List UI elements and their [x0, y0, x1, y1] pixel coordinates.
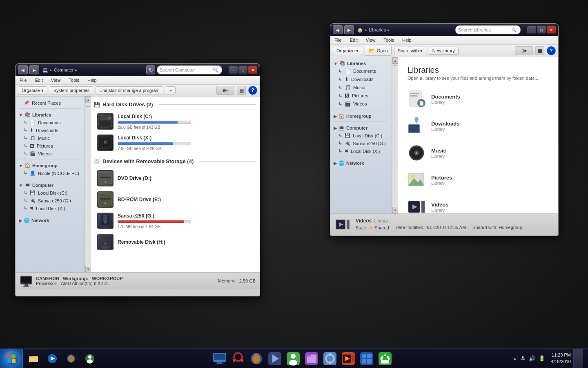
lib-sidebar-network-header[interactable]: ▶ 🌐 Network [330, 159, 392, 167]
lib-item-downloads[interactable]: Downloads Library [403, 113, 553, 139]
comp-close-btn[interactable]: ✕ [248, 66, 257, 74]
comp-menu-tools[interactable]: Tools [67, 77, 81, 83]
lib-organize-btn[interactable]: Organize ▾ [333, 47, 362, 55]
tray-up-arrow[interactable]: ▲ [512, 356, 517, 361]
lib-menu-view[interactable]: View [364, 37, 377, 43]
dock-video-icon[interactable] [340, 350, 357, 367]
dock-headphones-icon[interactable] [229, 350, 247, 367]
comp-sb-sansa[interactable]: ↳🔌Sansa e250 (G:) [16, 197, 85, 204]
tray-network-icon[interactable]: 🖧 [520, 355, 526, 361]
comp-minimize-btn[interactable]: ─ [229, 66, 238, 74]
dock-user-icon[interactable] [285, 350, 302, 367]
comp-drive-g[interactable]: Sansa e250 (G:) 170 MB free of 1.84 GB [94, 210, 256, 231]
comp-forward-btn[interactable]: ▶ [29, 65, 39, 74]
lib-menu-help[interactable]: Help [401, 37, 413, 43]
comp-sidebar-recent[interactable]: 📌 Recent Places [16, 99, 85, 107]
comp-drive-e[interactable]: BD-ROM Drive (E:) [94, 189, 256, 210]
comp-pane-toggle[interactable]: ▦ [237, 86, 246, 95]
comp-menu-help[interactable]: Help [86, 77, 98, 83]
taskbar-firefox-icon[interactable] [62, 350, 80, 368]
dock-recycle-icon[interactable] [376, 350, 394, 367]
comp-maximize-btn[interactable]: □ [238, 66, 247, 74]
comp-search-box[interactable]: Search Computer 🔍 [157, 65, 222, 74]
comp-sysprops-btn[interactable]: System properties [50, 86, 94, 94]
comp-sb-documents[interactable]: ↳📄Documents [16, 119, 85, 126]
lib-sidebar-local-disk-x[interactable]: ↳ ✖ Local Disk (X:) [330, 147, 392, 155]
comp-menu-file[interactable]: File [18, 77, 29, 83]
lib-sidebar-scrollbar[interactable]: ▲ ▼ [392, 57, 398, 213]
dock-firefox-icon[interactable] [248, 350, 265, 367]
comp-sb-downloads[interactable]: ↳⬇Downloads [16, 126, 85, 134]
lib-share-btn[interactable]: Share with ▾ [394, 47, 426, 55]
dock-play-icon[interactable] [266, 350, 283, 367]
lib-sidebar-computer-header[interactable]: ▶ 💻 Computer [330, 123, 392, 132]
show-desktop-btn[interactable] [573, 349, 583, 368]
taskbar-explorer-icon[interactable] [24, 350, 42, 368]
lib-menu-file[interactable]: File [333, 37, 343, 43]
lib-forward-btn[interactable]: ▶ [344, 25, 354, 34]
start-button[interactable] [0, 349, 23, 368]
comp-refresh-btn[interactable]: ↻ [146, 65, 155, 74]
lib-sidebar-pictures[interactable]: ↳ 🖼 Pictures [330, 92, 392, 100]
tray-clock[interactable]: 11:29 PM 4/18/2010 [551, 352, 571, 365]
lib-help-btn[interactable]: ? [547, 46, 556, 55]
dock-files-icon[interactable] [303, 350, 320, 367]
taskbar-people-icon[interactable] [81, 350, 99, 368]
comp-sb-videos[interactable]: ↳🎬Videos [16, 150, 85, 157]
lib-sidebar-documents[interactable]: ↳ 📄 Documents [330, 67, 392, 75]
lib-open-btn[interactable]: 📂 Open [365, 46, 392, 56]
comp-scroll-up[interactable]: ▲ [85, 96, 91, 103]
comp-back-btn[interactable]: ◀ [18, 65, 28, 74]
lib-scroll-thumb[interactable] [393, 65, 397, 66]
comp-help-btn[interactable]: ? [248, 86, 257, 95]
lib-sidebar-downloads[interactable]: ↳ ⬇ Downloads [330, 75, 392, 83]
lib-item-videos[interactable]: Videos Library [403, 194, 553, 213]
dock-monitor-icon[interactable] [211, 350, 228, 367]
tray-power-icon[interactable]: 🔋 [539, 355, 545, 361]
lib-sidebar-music[interactable]: ↳ 🎵 Music [330, 83, 392, 92]
comp-drive-c[interactable]: Local Disk (C:) 26.0 GB free of 143 GB [94, 111, 256, 132]
lib-sidebar-videos[interactable]: ↳ 🎬 Videos [330, 100, 392, 108]
lib-maximize-btn[interactable]: □ [537, 26, 546, 34]
lib-item-music[interactable]: Music Library [403, 140, 553, 166]
lib-minimize-btn[interactable]: ─ [527, 26, 536, 34]
lib-sidebar-libraries-header[interactable]: ▼ 📚 Libraries [330, 59, 392, 67]
dock-windows-icon[interactable] [358, 350, 375, 367]
lib-new-library-btn[interactable]: New library [429, 47, 459, 55]
comp-drive-h[interactable]: Removable Disk (H:) [94, 231, 256, 253]
comp-view-toggle[interactable]: ⊞▾ [216, 86, 234, 95]
lib-item-pictures[interactable]: Pictures Library [403, 167, 553, 193]
comp-sidebar-computer[interactable]: ▼ 💻 Computer [16, 181, 85, 189]
comp-menu-view[interactable]: View [49, 77, 62, 83]
lib-scroll-up[interactable]: ▲ [392, 57, 398, 64]
comp-sidebar-homegroup[interactable]: ▼ 🏠 Homegroup [16, 161, 85, 169]
comp-organize-btn[interactable]: Organize ▾ [18, 86, 47, 95]
lib-pane-toggle[interactable]: ▦ [535, 46, 544, 55]
comp-scroll-thumb[interactable] [86, 106, 90, 107]
comp-sb-music[interactable]: ↳🎵Music [16, 134, 85, 142]
lib-search-box[interactable]: Search Libraries 🔍 [455, 25, 521, 34]
dock-sync-icon[interactable] [321, 350, 339, 367]
lib-sidebar-sansa[interactable]: ↳ 🔌 Sansa e250 (G:) [330, 139, 392, 147]
taskbar-media-icon[interactable] [43, 350, 61, 368]
lib-view-toggle[interactable]: ⊞ ▾ [515, 46, 533, 55]
lib-back-btn[interactable]: ◀ [333, 25, 343, 34]
comp-sb-nicole[interactable]: ↳👤Nicole (NICOLE-PC) [16, 169, 85, 177]
lib-sidebar-local-disk-c[interactable]: ↳ 💾 Local Disk (C:) [330, 132, 392, 139]
comp-sb-localc[interactable]: ↳💾Local Disk (C:) [16, 189, 85, 197]
comp-sidebar-network[interactable]: ▶ 🌐 Network [16, 216, 85, 224]
comp-sb-pictures[interactable]: ↳🖼Pictures [16, 142, 85, 150]
tray-volume-icon[interactable]: 🔊 [529, 355, 535, 361]
comp-sidebar-libraries[interactable]: ▼ 📚 Libraries [16, 110, 85, 119]
comp-scroll-down[interactable]: ▼ [85, 266, 91, 272]
lib-sidebar-homegroup-header[interactable]: ▶ 🏠 Homegroup [330, 112, 392, 120]
comp-sidebar-scrollbar[interactable]: ▲ ▼ [85, 96, 91, 272]
lib-menu-tools[interactable]: Tools [382, 37, 396, 43]
lib-scroll-down[interactable]: ▼ [392, 207, 398, 213]
lib-item-documents[interactable]: 📄 Documents Library [403, 86, 553, 112]
lib-menu-edit[interactable]: Edit [348, 37, 359, 43]
comp-more-btn[interactable]: » [166, 86, 176, 94]
comp-uninstall-btn[interactable]: Uninstall or change a program [96, 86, 163, 94]
comp-menu-edit[interactable]: Edit [33, 77, 45, 83]
comp-drive-x[interactable]: ✕ Local Disk (X:) 7.06 GB free of 9.28 G… [94, 132, 256, 153]
